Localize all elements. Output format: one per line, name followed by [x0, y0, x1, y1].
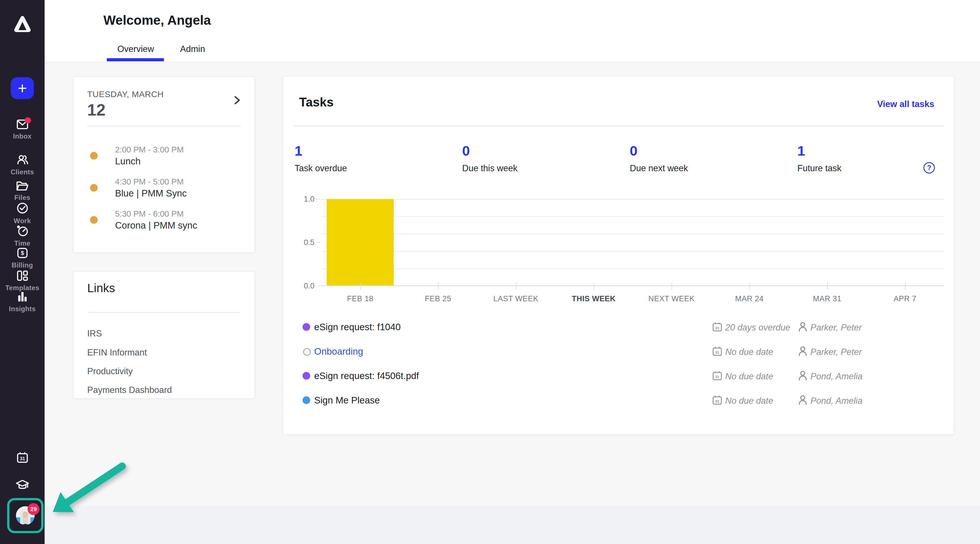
task-title[interactable]: eSign request: f1040	[314, 322, 401, 333]
sidebar-item-time[interactable]: Time	[0, 225, 45, 247]
person-icon	[798, 371, 808, 382]
event-time: 2:00 PM - 3:00 PM	[115, 145, 184, 154]
y-axis-label: 1.0	[294, 195, 315, 204]
event-dot-icon	[90, 152, 98, 160]
svg-text:31: 31	[715, 351, 719, 355]
sidebar-item-files[interactable]: Files	[0, 181, 45, 201]
canopy-logo-icon	[0, 15, 45, 34]
sidebar-item-billing[interactable]: $ Billing	[0, 247, 45, 269]
sidebar-item-label: Clients	[0, 168, 45, 176]
event-dot-icon	[90, 216, 98, 224]
sidebar: + Inbox Clients	[0, 0, 45, 544]
sidebar-item-label: Inbox	[0, 132, 45, 140]
tasks-bar-chart: FEB 18FEB 25LAST WEEKTHIS WEEKNEXT WEEKM…	[321, 199, 944, 286]
task-status-dot	[303, 348, 311, 356]
sidebar-item-inbox[interactable]: Inbox	[0, 119, 45, 140]
plus-icon: +	[18, 80, 27, 96]
sidebar-item-insights[interactable]: Insights	[0, 291, 45, 313]
svg-text:31: 31	[715, 326, 719, 330]
task-title[interactable]: eSign request: f4506t.pdf	[314, 371, 419, 381]
sidebar-item-label: Time	[0, 239, 45, 247]
task-row[interactable]: Onboarding 31 No due date Parker, Peter	[293, 342, 943, 360]
task-title[interactable]: Sign Me Please	[314, 395, 380, 406]
x-axis-label: NEXT WEEK	[632, 295, 711, 303]
create-new-button[interactable]: +	[0, 77, 45, 99]
person-icon	[798, 395, 808, 406]
calendar-weekday: TUESDAY, MARCH	[87, 89, 164, 99]
event-title: Lunch	[115, 156, 141, 167]
calendar-icon: 31	[712, 395, 722, 406]
sidebar-item-label: Files	[0, 193, 45, 201]
event-title: Corona | PMM sync	[115, 220, 197, 231]
x-axis-label: MAR 31	[788, 295, 867, 303]
tab-admin[interactable]: Admin	[180, 44, 205, 54]
sidebar-item-templates[interactable]: Templates	[0, 270, 45, 292]
link-item[interactable]: Payments Dashboard	[87, 385, 172, 395]
sidebar-item-calendar[interactable]: 31	[0, 452, 45, 463]
divider	[87, 126, 241, 126]
active-tab-underline	[107, 58, 164, 61]
event-time: 4:30 PM - 5:00 PM	[115, 177, 184, 187]
sidebar-item-work[interactable]: Work	[0, 202, 45, 225]
task-status-dot	[302, 323, 310, 331]
sidebar-item-label: Billing	[0, 261, 45, 269]
task-assignee: Parker, Peter	[810, 347, 862, 357]
x-axis-label: MAR 24	[710, 295, 789, 303]
calendar-icon: 31	[712, 346, 722, 357]
calendar-card: TUESDAY, MARCH 12 2:00 PM - 3:00 PM Lunc…	[73, 77, 255, 253]
page-header: Welcome, Angela Overview Admin	[45, 0, 980, 62]
svg-text:$: $	[21, 250, 24, 256]
calendar-day-number: 12	[87, 100, 106, 119]
calendar-icon: 31	[712, 371, 722, 382]
notification-badge: 29	[27, 503, 40, 515]
link-item[interactable]: Productivity	[87, 366, 133, 376]
timer-icon	[16, 225, 29, 238]
event-dot-icon	[90, 184, 98, 192]
check-circle-icon	[16, 202, 29, 215]
tab-overview[interactable]: Overview	[117, 44, 154, 54]
x-axis-label: LAST WEEK	[476, 295, 555, 303]
person-icon	[798, 322, 808, 333]
y-axis-label: 0.5	[294, 238, 315, 247]
sidebar-item-label: Work	[0, 217, 45, 225]
sidebar-item-learning[interactable]	[0, 479, 45, 492]
link-item[interactable]: IRS	[87, 328, 102, 339]
task-row[interactable]: eSign request: f1040 31 20 days overdue …	[293, 318, 943, 336]
divider	[87, 312, 241, 312]
task-due-date: No due date	[725, 371, 773, 382]
x-axis-label: FEB 25	[398, 295, 478, 303]
footer-strip	[45, 506, 980, 544]
svg-text:31: 31	[715, 375, 719, 379]
dollar-card-icon: $	[16, 247, 29, 260]
task-row[interactable]: eSign request: f4506t.pdf 31 No due date…	[293, 366, 943, 385]
task-title[interactable]: Onboarding	[314, 346, 363, 357]
user-avatar[interactable]: 29	[7, 498, 43, 533]
calendar-31-icon: 31	[16, 452, 29, 463]
graduation-cap-icon	[15, 479, 30, 492]
task-assignee: Parker, Peter	[810, 322, 862, 333]
envelope-icon	[16, 119, 29, 131]
link-item[interactable]: EFIN Informant	[87, 347, 147, 358]
svg-text:31: 31	[20, 456, 25, 461]
sidebar-item-clients[interactable]: Clients	[0, 154, 45, 176]
links-card-title: Links	[87, 281, 115, 295]
event-title: Blue | PMM Sync	[115, 188, 187, 199]
x-axis-label: THIS WEEK	[554, 295, 633, 303]
event-time: 5:30 PM - 6:00 PM	[115, 209, 184, 219]
x-axis-label: APR 7	[865, 295, 945, 303]
task-assignee: Pond, Amelia	[810, 371, 862, 382]
links-card: Links IRS EFIN Informant Productivity Pa…	[73, 271, 255, 399]
task-status-dot	[302, 397, 310, 404]
inbox-unread-dot	[25, 117, 31, 124]
task-due-date: 20 days overdue	[725, 322, 790, 333]
templates-icon	[16, 270, 29, 282]
bar-chart-icon	[16, 291, 29, 303]
task-row[interactable]: Sign Me Please 31 No due date Pond, Amel…	[293, 391, 943, 409]
chart-x-axis-line	[321, 285, 944, 286]
chevron-right-icon[interactable]	[234, 95, 241, 107]
svg-text:31: 31	[715, 399, 719, 403]
task-due-date: No due date	[725, 347, 773, 357]
person-icon	[798, 346, 808, 357]
folder-icon	[16, 181, 29, 192]
bar-FEB 18	[327, 199, 394, 286]
